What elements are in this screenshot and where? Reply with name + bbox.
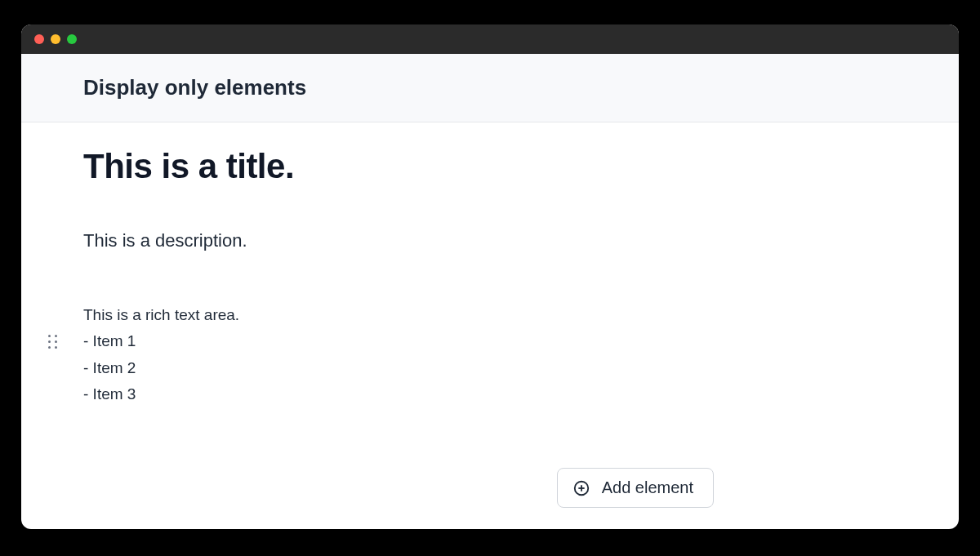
rich-text-intro: This is a rich text area. bbox=[83, 302, 897, 328]
content-area: This is a title. This is a description. … bbox=[21, 122, 959, 529]
window-maximize-button[interactable] bbox=[67, 34, 77, 44]
rich-text-item: - Item 2 bbox=[83, 355, 897, 381]
content-description: This is a description. bbox=[83, 230, 897, 251]
add-element-label: Add element bbox=[602, 478, 693, 497]
page-header-title: Display only elements bbox=[83, 75, 959, 100]
content-title: This is a title. bbox=[83, 147, 897, 186]
window-close-button[interactable] bbox=[34, 34, 44, 44]
rich-text-block: This is a rich text area. - Item 1 - Ite… bbox=[83, 302, 897, 407]
window-titlebar bbox=[21, 24, 959, 54]
add-element-button[interactable]: Add element bbox=[557, 468, 714, 508]
page-header: Display only elements bbox=[21, 54, 959, 122]
window-minimize-button[interactable] bbox=[51, 34, 60, 44]
rich-text-item: - Item 3 bbox=[83, 381, 897, 407]
app-window: Display only elements This is a title. T… bbox=[21, 24, 959, 529]
rich-text-item: - Item 1 bbox=[83, 328, 897, 354]
plus-circle-icon bbox=[572, 479, 590, 497]
drag-handle-icon[interactable] bbox=[46, 333, 59, 349]
